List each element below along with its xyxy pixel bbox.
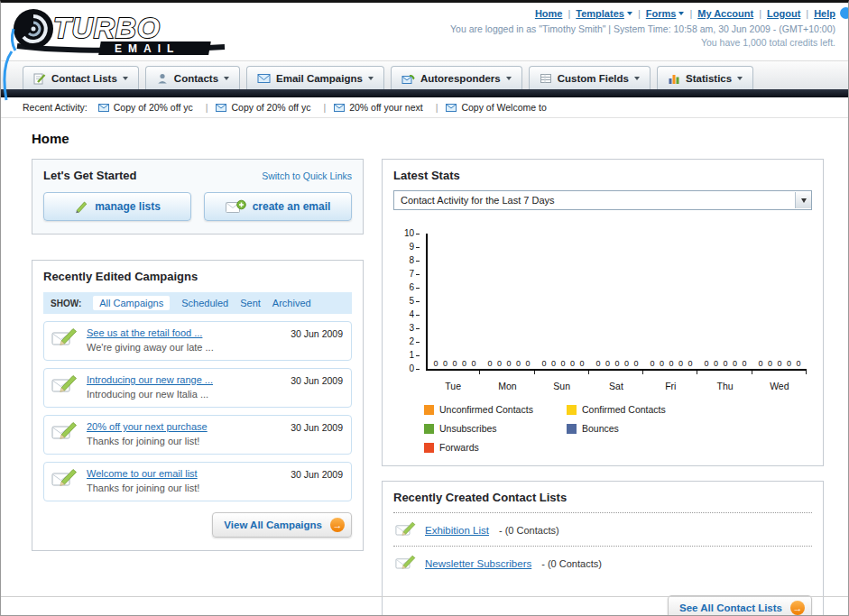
y-tick-label: 7 bbox=[409, 270, 420, 279]
legend-swatch-forwards bbox=[424, 443, 434, 453]
top-link-logout: Logout bbox=[767, 8, 814, 19]
recent-activity-bar: Recent Activity: Copy of 20% off yc Copy… bbox=[1, 97, 848, 118]
campaign-row[interactable]: Welcome to our email list Thanks for joi… bbox=[43, 462, 352, 501]
campaign-row[interactable]: See us at the retail food ... We're givi… bbox=[43, 321, 352, 361]
nav-tab-custom-fields[interactable]: Custom Fields bbox=[529, 66, 651, 89]
legend-swatch-unconfirmed bbox=[424, 405, 434, 415]
recent-activity-text: Copy of 20% off yc bbox=[231, 102, 310, 113]
view-all-campaigns-label: View All Campaigns bbox=[224, 519, 322, 530]
email-campaigns-icon bbox=[257, 72, 271, 84]
chart-x-ticks bbox=[426, 371, 807, 374]
main-nav: Contact Lists Contacts Email Campaigns bbox=[1, 60, 848, 89]
help-link[interactable]: Help bbox=[814, 8, 835, 19]
chevron-down-icon bbox=[627, 12, 632, 15]
legend-label: Confirmed Contacts bbox=[582, 404, 666, 415]
view-all-campaigns-button[interactable]: View All Campaigns bbox=[212, 512, 352, 538]
y-tick-label: 10 bbox=[404, 229, 420, 238]
tab-sent[interactable]: Sent bbox=[240, 298, 261, 308]
recent-campaigns-panel: Recently Edited Campaigns SHOW: All Camp… bbox=[32, 260, 364, 551]
list-envelope-pencil-icon bbox=[395, 521, 417, 538]
bar-value-labels: 0 0 0 0 0 bbox=[698, 359, 752, 368]
manage-lists-label: manage lists bbox=[95, 200, 161, 213]
nav-tab-contacts[interactable]: Contacts bbox=[145, 66, 240, 89]
create-email-button[interactable]: create an email bbox=[204, 192, 352, 221]
y-tick-label: 1 bbox=[409, 351, 420, 360]
campaign-row[interactable]: 20% off your next purchase Thanks for jo… bbox=[43, 415, 352, 455]
contact-list-link[interactable]: Exhibition List bbox=[425, 525, 489, 536]
campaign-subtitle: Thanks for joining our list! bbox=[87, 483, 199, 493]
switch-quick-links-link[interactable]: Switch to Quick Links bbox=[262, 170, 352, 181]
campaign-date: 30 Jun 2009 bbox=[291, 469, 343, 480]
contact-list-link[interactable]: Newsletter Subscribers bbox=[425, 558, 531, 569]
new-email-icon bbox=[226, 199, 246, 214]
logout-link[interactable]: Logout bbox=[767, 8, 800, 19]
chart-plot-area: 0 0 0 0 0 0 0 0 0 0 0 0 0 0 0 0 0 0 0 0 … bbox=[426, 234, 807, 371]
top-link-home: Home bbox=[535, 8, 576, 19]
header-right: Home Templates Forms My Account Logout bbox=[450, 8, 835, 48]
campaign-row[interactable]: Introducing our new range ... Introducin… bbox=[43, 368, 352, 408]
footer-divider bbox=[1, 596, 848, 597]
recent-activity-text: Copy of 20% off yc bbox=[114, 102, 193, 113]
campaign-date: 30 Jun 2009 bbox=[291, 328, 343, 339]
pencil-icon bbox=[74, 199, 88, 214]
campaign-title-link[interactable]: See us at the retail food ... bbox=[87, 327, 214, 338]
nav-tab-label: Custom Fields bbox=[558, 73, 629, 84]
right-column: Latest Stats Contact Activity for the La… bbox=[382, 159, 824, 616]
tab-all-campaigns[interactable]: All Campaigns bbox=[93, 296, 170, 310]
contact-activity-chart: 10 9 8 7 6 5 4 3 2 1 0 bbox=[393, 234, 812, 391]
campaign-title-link[interactable]: Introducing our new range ... bbox=[87, 374, 213, 385]
list-envelope-pencil-icon bbox=[395, 555, 417, 572]
y-tick-label: 2 bbox=[409, 337, 420, 346]
nav-tab-statistics[interactable]: Statistics bbox=[657, 66, 753, 89]
statistics-icon bbox=[668, 72, 680, 85]
recent-activity-item[interactable]: Copy of Welcome to bbox=[446, 102, 550, 113]
legend-label: Forwards bbox=[439, 442, 479, 453]
nav-tab-contact-lists[interactable]: Contact Lists bbox=[23, 66, 139, 89]
arrow-right-icon bbox=[330, 518, 345, 532]
campaign-envelope-pencil-icon bbox=[51, 468, 78, 490]
templates-link[interactable]: Templates bbox=[576, 8, 624, 19]
page-title: Home bbox=[32, 131, 823, 146]
chart-x-axis: Tue Mon Sun Sat Fri Thu Wed bbox=[426, 381, 807, 391]
recent-activity-item[interactable]: 20% off your next bbox=[334, 102, 446, 113]
arrow-right-icon bbox=[790, 601, 805, 615]
campaign-title-link[interactable]: 20% off your next purchase bbox=[87, 421, 208, 432]
see-all-contact-lists-button[interactable]: See All Contact Lists bbox=[668, 595, 812, 616]
legend-item: Confirmed Contacts bbox=[567, 404, 709, 415]
recent-activity-item[interactable]: Copy of 20% off yc bbox=[98, 102, 217, 113]
stats-period-dropdown[interactable]: Contact Activity for the Last 7 Days bbox=[393, 190, 812, 210]
home-link[interactable]: Home bbox=[535, 8, 563, 19]
credits-info: You have 1,000 total credits left. bbox=[450, 37, 835, 48]
y-tick-label: 5 bbox=[409, 297, 420, 306]
envelope-icon bbox=[446, 104, 457, 112]
latest-stats-panel: Latest Stats Contact Activity for the La… bbox=[382, 159, 824, 466]
nav-tab-email-campaigns[interactable]: Email Campaigns bbox=[246, 66, 384, 89]
contact-list-row[interactable]: Newsletter Subscribers - (0 Contacts) bbox=[393, 547, 812, 579]
envelope-icon bbox=[216, 104, 226, 112]
campaign-title-link[interactable]: Welcome to our email list bbox=[87, 468, 199, 479]
my-account-link[interactable]: My Account bbox=[697, 8, 753, 19]
logo-swoosh-decoration bbox=[1, 50, 15, 102]
legend-swatch-confirmed bbox=[567, 405, 577, 415]
contact-list-row[interactable]: Exhibition List - (0 Contacts) bbox=[393, 513, 812, 547]
tab-archived[interactable]: Archived bbox=[272, 298, 311, 308]
recent-activity-item[interactable]: Copy of 20% off yc bbox=[216, 102, 334, 113]
dropdown-arrow-icon bbox=[795, 192, 811, 208]
corner-dot-decoration bbox=[840, 7, 849, 19]
tab-scheduled[interactable]: Scheduled bbox=[181, 298, 228, 308]
turbo-email-logo[interactable]: TURBO EMAIL bbox=[6, 5, 236, 57]
campaigns-title: Recently Edited Campaigns bbox=[43, 270, 352, 283]
top-nav-links: Home Templates Forms My Account Logout bbox=[450, 8, 835, 19]
manage-lists-button[interactable]: manage lists bbox=[43, 192, 191, 221]
legend-item: Unsubscribes bbox=[424, 423, 567, 434]
main-content: Home Let's Get Started Switch to Quick L… bbox=[1, 118, 848, 616]
y-tick-label: 3 bbox=[409, 324, 420, 333]
forms-link[interactable]: Forms bbox=[646, 8, 677, 19]
chevron-down-icon bbox=[737, 77, 743, 80]
y-tick-label: 4 bbox=[409, 310, 420, 319]
bar-value-labels: 0 0 0 0 0 bbox=[536, 359, 590, 368]
bar-value-labels: 0 0 0 0 0 bbox=[590, 359, 644, 368]
nav-divider-bar bbox=[1, 89, 848, 97]
bar-value-labels: 0 0 0 0 0 bbox=[482, 359, 536, 368]
nav-tab-autoresponders[interactable]: Autoresponders bbox=[391, 66, 522, 89]
